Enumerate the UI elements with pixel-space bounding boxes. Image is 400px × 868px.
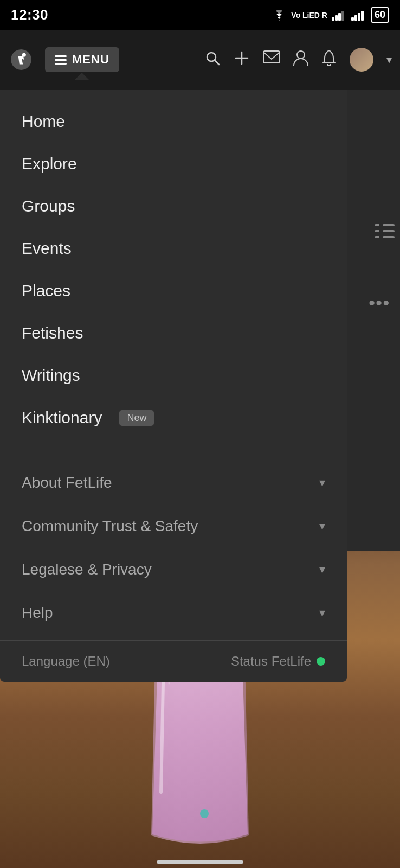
svg-rect-5 <box>354 15 357 21</box>
app-logo[interactable] <box>8 47 34 73</box>
menu-item-events-label: Events <box>22 239 72 258</box>
legalese-chevron-icon: ▾ <box>319 563 325 577</box>
status-label: Status FetLife <box>231 654 311 669</box>
svg-rect-7 <box>361 11 364 21</box>
svg-rect-0 <box>332 17 334 21</box>
svg-rect-14 <box>383 224 395 226</box>
nav-icons: ▾ <box>204 48 392 72</box>
menu-item-writings-label: Writings <box>22 366 80 385</box>
navbar: MENU <box>0 30 400 90</box>
hamburger-icon <box>55 55 67 65</box>
fetlife-logo-svg <box>10 48 33 71</box>
profile-icon[interactable] <box>293 50 308 70</box>
menu-item-explore-label: Explore <box>22 155 77 173</box>
svg-rect-16 <box>383 236 395 238</box>
chevron-down-icon[interactable]: ▾ <box>386 53 392 66</box>
menu-secondary-section: About FetLife ▾ Community Trust & Safety… <box>0 456 347 640</box>
status-time: 12:30 <box>11 7 48 23</box>
menu-item-home[interactable]: Home <box>0 100 347 143</box>
menu-item-trust-safety[interactable]: Community Trust & Safety ▾ <box>0 505 347 548</box>
menu-item-about[interactable]: About FetLife ▾ <box>0 461 347 505</box>
status-icons: Vo LiED R 60 <box>272 7 389 23</box>
svg-rect-19 <box>375 236 379 238</box>
home-indicator[interactable] <box>157 860 243 864</box>
svg-rect-17 <box>375 224 379 226</box>
status-indicator: Status FetLife <box>231 654 325 669</box>
about-label: About FetLife <box>22 474 112 492</box>
menu-button[interactable]: MENU <box>45 47 119 72</box>
svg-rect-4 <box>351 17 354 21</box>
menu-item-groups-label: Groups <box>22 197 75 215</box>
menu-item-fetishes[interactable]: Fetishes <box>0 312 347 354</box>
menu-item-help[interactable]: Help ▾ <box>0 591 347 635</box>
menu-item-places-label: Places <box>22 282 70 300</box>
signal-icon <box>332 10 347 21</box>
status-bar: 12:30 Vo LiED R 60 <box>0 0 400 30</box>
language-selector[interactable]: Language (EN) <box>22 654 110 669</box>
svg-rect-1 <box>335 15 338 21</box>
menu-label: MENU <box>72 53 109 67</box>
svg-rect-2 <box>338 13 341 21</box>
svg-rect-3 <box>341 11 344 21</box>
menu-item-explore[interactable]: Explore <box>0 143 347 185</box>
avatar[interactable] <box>350 48 373 72</box>
kinktionary-badge: New <box>119 410 154 426</box>
svg-point-25 <box>200 809 209 818</box>
menu-footer: Language (EN) Status FetLife <box>0 640 347 682</box>
list-view-icon[interactable] <box>375 222 395 244</box>
wifi-icon <box>272 9 287 21</box>
status-online-dot <box>317 657 325 666</box>
trust-safety-label: Community Trust & Safety <box>22 518 198 535</box>
add-icon[interactable] <box>234 50 250 70</box>
help-label: Help <box>22 604 53 622</box>
svg-rect-6 <box>358 13 360 21</box>
dropdown-menu: Home Explore Groups Events Places Fetish… <box>0 90 347 682</box>
notification-icon[interactable] <box>321 49 337 71</box>
right-content-area <box>343 90 400 551</box>
menu-divider-1 <box>0 450 347 450</box>
menu-item-home-label: Home <box>22 112 65 131</box>
svg-line-9 <box>215 60 219 65</box>
menu-item-kinktionary-label: Kinktionary <box>22 409 102 427</box>
svg-rect-18 <box>375 230 379 232</box>
help-chevron-icon: ▾ <box>319 606 325 620</box>
svg-rect-12 <box>263 51 280 63</box>
message-icon[interactable] <box>263 50 280 69</box>
svg-point-13 <box>297 51 305 59</box>
menu-item-writings[interactable]: Writings <box>0 354 347 397</box>
svg-rect-15 <box>383 230 395 232</box>
menu-item-kinktionary[interactable]: Kinktionary New <box>0 397 347 439</box>
signal-icon-2 <box>351 10 366 21</box>
menu-item-groups[interactable]: Groups <box>0 185 347 227</box>
trust-safety-chevron-icon: ▾ <box>319 519 325 533</box>
legalese-label: Legalese & Privacy <box>22 561 152 578</box>
signal-label: Vo LiED R <box>291 11 327 20</box>
more-options-icon[interactable]: ••• <box>369 293 390 313</box>
menu-item-fetishes-label: Fetishes <box>22 324 83 342</box>
battery-icon: 60 <box>371 7 389 23</box>
menu-item-places[interactable]: Places <box>0 270 347 312</box>
menu-nav-items: Home Explore Groups Events Places Fetish… <box>0 90 347 444</box>
menu-item-events[interactable]: Events <box>0 227 347 270</box>
menu-item-legalese[interactable]: Legalese & Privacy ▾ <box>0 548 347 591</box>
about-chevron-icon: ▾ <box>319 476 325 490</box>
search-icon[interactable] <box>204 50 221 70</box>
